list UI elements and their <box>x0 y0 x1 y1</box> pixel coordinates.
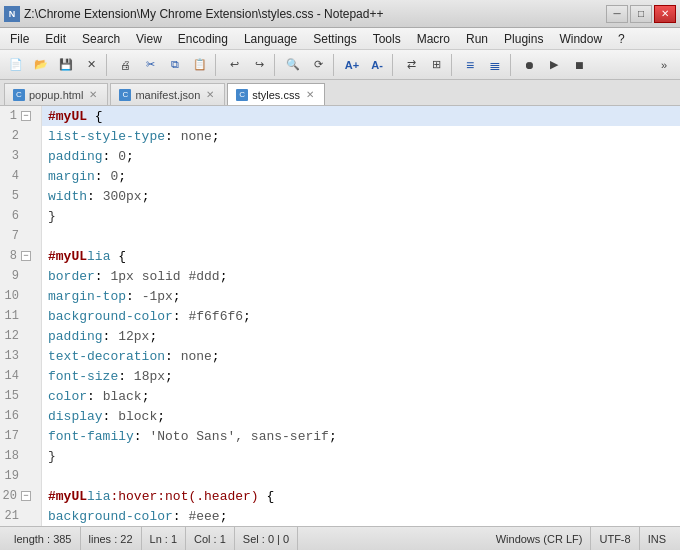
line-number: 8− <box>0 246 41 266</box>
status-col: Col : 1 <box>186 527 235 551</box>
menu-item-run[interactable]: Run <box>458 28 496 50</box>
paste-button[interactable]: 📋 <box>188 53 212 77</box>
code-line[interactable]: color: black; <box>42 386 680 406</box>
save-button[interactable]: 💾 <box>54 53 78 77</box>
code-editor[interactable]: #myUL { list-style-type: none; padding: … <box>42 106 680 526</box>
code-line[interactable]: margin-top: -1px; <box>42 286 680 306</box>
more-tools-button[interactable]: » <box>652 53 676 77</box>
menu-item-language[interactable]: Language <box>236 28 305 50</box>
close-button[interactable]: ✕ <box>654 5 676 23</box>
code-line[interactable]: #myUL { <box>42 106 680 126</box>
menu-item-window[interactable]: Window <box>551 28 610 50</box>
code-line[interactable]: margin: 0; <box>42 166 680 186</box>
cut-button[interactable]: ✂ <box>138 53 162 77</box>
menu-item-file[interactable]: File <box>2 28 37 50</box>
toolbar: 📄 📂 💾 ✕ 🖨 ✂ ⧉ 📋 ↩ ↪ 🔍 ⟳ A+ A- ⇄ ⊞ ≡ ≣ ⏺ … <box>0 50 680 80</box>
menu-item-macro[interactable]: Macro <box>409 28 458 50</box>
editor-container: 1−2345678−91011121314151617181920−2122 #… <box>0 106 680 526</box>
minimize-button[interactable]: ─ <box>606 5 628 23</box>
line-number: 3 <box>0 146 41 166</box>
code-line[interactable]: border: 1px solid #ddd; <box>42 266 680 286</box>
code-line[interactable]: #myUL li a:hover:not(.header) { <box>42 486 680 506</box>
tab-close-button[interactable]: ✕ <box>304 89 316 101</box>
copy-button[interactable]: ⧉ <box>163 53 187 77</box>
code-line[interactable]: padding: 12px; <box>42 326 680 346</box>
maximize-button[interactable]: □ <box>630 5 652 23</box>
window-controls: ─ □ ✕ <box>606 5 676 23</box>
window-title: Z:\Chrome Extension\My Chrome Extension\… <box>24 7 383 21</box>
menu-item-tools[interactable]: Tools <box>365 28 409 50</box>
tab-styles-css[interactable]: Cstyles.css✕ <box>227 83 325 105</box>
code-line[interactable]: font-family: 'Noto Sans', sans-serif; <box>42 426 680 446</box>
macro-button[interactable]: ⏺ <box>517 53 541 77</box>
code-line[interactable]: width: 300px; <box>42 186 680 206</box>
line-number: 15 <box>0 386 41 406</box>
code-line[interactable]: display: block; <box>42 406 680 426</box>
line-number: 6 <box>0 206 41 226</box>
print-button[interactable]: 🖨 <box>113 53 137 77</box>
stop-macro-button[interactable]: ⏹ <box>567 53 591 77</box>
code-line[interactable]: #myUL li a { <box>42 246 680 266</box>
outdent-button[interactable]: ≣ <box>483 53 507 77</box>
tab-close-button[interactable]: ✕ <box>87 89 99 101</box>
separator-3 <box>274 54 278 76</box>
redo-button[interactable]: ↪ <box>247 53 271 77</box>
tab-icon: C <box>13 89 25 101</box>
line-number: 12 <box>0 326 41 346</box>
menu-item-settings[interactable]: Settings <box>305 28 364 50</box>
code-line[interactable]: background-color: #eee; <box>42 506 680 526</box>
code-line[interactable]: font-size: 18px; <box>42 366 680 386</box>
status-ln: Ln : 1 <box>142 527 187 551</box>
separator-6 <box>451 54 455 76</box>
separator-4 <box>333 54 337 76</box>
line-number: 16 <box>0 406 41 426</box>
status-bar: length : 385 lines : 22 Ln : 1 Col : 1 S… <box>0 526 680 550</box>
code-line[interactable] <box>42 226 680 246</box>
line-number: 11 <box>0 306 41 326</box>
menu-item-edit[interactable]: Edit <box>37 28 74 50</box>
code-line[interactable]: list-style-type: none; <box>42 126 680 146</box>
code-line[interactable]: } <box>42 446 680 466</box>
code-line[interactable]: text-decoration: none; <box>42 346 680 366</box>
code-line[interactable] <box>42 466 680 486</box>
menu-item-encoding[interactable]: Encoding <box>170 28 236 50</box>
menu-item-?[interactable]: ? <box>610 28 633 50</box>
menu-bar: FileEditSearchViewEncodingLanguageSettin… <box>0 28 680 50</box>
tab-popup-html[interactable]: Cpopup.html✕ <box>4 83 108 105</box>
open-button[interactable]: 📂 <box>29 53 53 77</box>
tab-bar: Cpopup.html✕Cmanifest.json✕Cstyles.css✕ <box>0 80 680 106</box>
sync-button[interactable]: ⇄ <box>399 53 423 77</box>
indent-button[interactable]: ≡ <box>458 53 482 77</box>
status-length: length : 385 <box>6 527 81 551</box>
line-number: 1− <box>0 106 41 126</box>
fold-indicator[interactable]: − <box>21 111 31 121</box>
line-number: 18 <box>0 446 41 466</box>
run-macro-button[interactable]: ▶ <box>542 53 566 77</box>
replace-button[interactable]: ⟳ <box>306 53 330 77</box>
line-number: 14 <box>0 366 41 386</box>
title-bar-left: N Z:\Chrome Extension\My Chrome Extensio… <box>4 6 383 22</box>
fold-indicator[interactable]: − <box>21 251 31 261</box>
tab-close-button[interactable]: ✕ <box>204 89 216 101</box>
find-button[interactable]: 🔍 <box>281 53 305 77</box>
status-line-ending: Windows (CR LF) <box>488 527 592 551</box>
line-number: 10 <box>0 286 41 306</box>
menu-item-view[interactable]: View <box>128 28 170 50</box>
code-line[interactable]: background-color: #f6f6f6; <box>42 306 680 326</box>
code-line[interactable]: padding: 0; <box>42 146 680 166</box>
menu-item-plugins[interactable]: Plugins <box>496 28 551 50</box>
split-button[interactable]: ⊞ <box>424 53 448 77</box>
zoom-out-button[interactable]: A- <box>365 53 389 77</box>
line-number: 13 <box>0 346 41 366</box>
zoom-in-button[interactable]: A+ <box>340 53 364 77</box>
tab-label: styles.css <box>252 89 300 101</box>
close-doc-button[interactable]: ✕ <box>79 53 103 77</box>
code-line[interactable]: } <box>42 206 680 226</box>
new-button[interactable]: 📄 <box>4 53 28 77</box>
fold-indicator[interactable]: − <box>21 491 31 501</box>
menu-item-search[interactable]: Search <box>74 28 128 50</box>
title-bar: N Z:\Chrome Extension\My Chrome Extensio… <box>0 0 680 28</box>
tab-manifest-json[interactable]: Cmanifest.json✕ <box>110 83 225 105</box>
status-lines: lines : 22 <box>81 527 142 551</box>
undo-button[interactable]: ↩ <box>222 53 246 77</box>
